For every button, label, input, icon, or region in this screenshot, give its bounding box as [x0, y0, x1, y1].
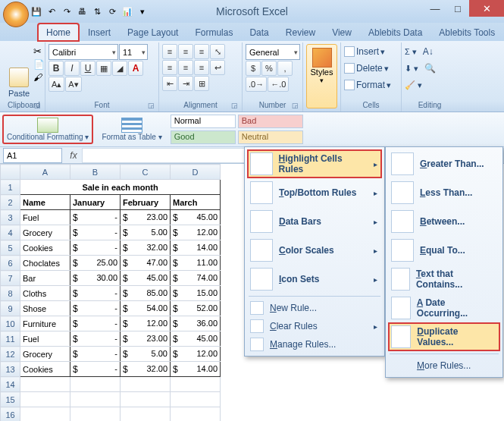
tab-formulas[interactable]: Formulas	[187, 24, 240, 41]
align-center-button[interactable]: ≡	[178, 60, 193, 75]
select-all[interactable]	[1, 165, 20, 180]
cell[interactable]	[171, 407, 221, 422]
cell[interactable]	[20, 392, 70, 407]
grow-font-button[interactable]: A▴	[49, 77, 64, 92]
menu-item[interactable]: Text that Contains...	[388, 265, 500, 294]
tab-ablebits-tools[interactable]: Ablebits Tools	[431, 24, 502, 41]
col-header[interactable]: A	[20, 165, 70, 180]
align-left-button[interactable]: ≡	[162, 60, 177, 75]
decrease-decimal-button[interactable]: ←.0	[268, 77, 289, 92]
row-header[interactable]: 5	[1, 240, 20, 256]
italic-button[interactable]: I	[64, 61, 80, 76]
menu-item[interactable]: Greater Than...	[388, 149, 500, 178]
format-cells-button[interactable]: Format ▾	[344, 77, 391, 93]
cell[interactable]	[171, 377, 221, 392]
row-header[interactable]: 8	[1, 286, 20, 301]
cell[interactable]: $ 45.00	[121, 271, 171, 286]
tab-page-layout[interactable]: Page Layout	[120, 24, 186, 41]
row-header[interactable]: 16	[1, 407, 20, 422]
cell[interactable]: $ 32.00	[121, 362, 171, 377]
cell[interactable]: $ 54.00	[121, 301, 171, 316]
qat-undo-icon[interactable]: ↶	[45, 5, 58, 17]
row-header[interactable]: 3	[1, 210, 20, 225]
cell[interactable]: $ -	[70, 225, 121, 240]
style-good[interactable]: Good	[171, 130, 236, 144]
format-as-table-button[interactable]: Format as Table ▾	[98, 115, 165, 143]
conditional-formatting-button[interactable]: Conditional Formatting ▾	[2, 115, 93, 144]
menu-item[interactable]: Duplicate Values...	[388, 322, 500, 351]
alignment-launcher[interactable]: ◲	[231, 102, 240, 111]
maximize-button[interactable]: □	[446, 0, 469, 17]
cell[interactable]: Cookies	[20, 240, 70, 256]
cell[interactable]: Shose	[20, 301, 70, 316]
qat-sort-icon[interactable]: ⇅	[91, 5, 103, 17]
menu-item[interactable]: New Rule...	[247, 299, 382, 317]
cell[interactable]: $ 23.00	[121, 331, 171, 347]
cell[interactable]	[70, 392, 121, 407]
col-header[interactable]: D	[171, 165, 221, 180]
cell[interactable]	[121, 377, 171, 392]
col-header[interactable]: B	[70, 165, 121, 180]
cell[interactable]: $ 45.00	[171, 331, 221, 347]
menu-item[interactable]: Icon Sets▸	[247, 265, 382, 294]
cell[interactable]: $ -	[70, 347, 121, 362]
menu-item[interactable]: Between...	[388, 207, 500, 236]
cell[interactable]: $ 85.00	[121, 286, 171, 301]
row-header[interactable]: 9	[1, 301, 20, 316]
align-bottom-button[interactable]: ≡	[194, 44, 209, 59]
wrap-text-button[interactable]: ↩	[210, 60, 225, 75]
cell[interactable]	[121, 407, 171, 422]
fill-button[interactable]: ⬇ ▾ 🔍	[405, 61, 436, 76]
cell[interactable]	[171, 392, 221, 407]
menu-item[interactable]: Clear Rules▸	[247, 317, 382, 335]
delete-cells-button[interactable]: Delete ▾	[344, 61, 391, 76]
cell[interactable]: $ 36.00	[171, 316, 221, 331]
cell[interactable]: $ -	[70, 240, 121, 256]
qat-print-icon[interactable]: 🖶	[76, 5, 88, 17]
tab-ablebits-data[interactable]: Ablebits Data	[361, 24, 430, 41]
tab-data[interactable]: Data	[242, 24, 276, 41]
fill-color-button[interactable]: ◢	[112, 61, 127, 76]
qat-chart-icon[interactable]: 📊	[121, 5, 133, 17]
bold-button[interactable]: B	[49, 61, 64, 76]
number-format-combo[interactable]: General	[246, 44, 300, 60]
styles-button[interactable]: Styles ▾	[306, 44, 337, 108]
qat-save-icon[interactable]: 💾	[30, 5, 42, 17]
menu-item[interactable]: Less Than...	[388, 178, 500, 207]
decrease-indent-button[interactable]: ⇤	[162, 76, 177, 91]
row-header[interactable]: 4	[1, 225, 20, 240]
tab-home[interactable]: Home	[38, 24, 79, 41]
clear-button[interactable]: 🧹 ▾	[405, 77, 436, 93]
cell[interactable]: $ 14.00	[171, 362, 221, 377]
tab-review[interactable]: Review	[278, 24, 323, 41]
cell[interactable]: $ -	[70, 301, 121, 316]
cell[interactable]: $ -	[70, 331, 121, 347]
font-launcher[interactable]: ◲	[148, 102, 157, 111]
underline-button[interactable]: U	[80, 61, 95, 76]
font-color-button[interactable]: A	[128, 61, 143, 76]
format-painter-icon[interactable]: 🖌	[33, 72, 45, 83]
column-header[interactable]: March	[171, 195, 221, 210]
align-right-button[interactable]: ≡	[194, 60, 209, 75]
cell[interactable]: $ -	[70, 316, 121, 331]
style-neutral[interactable]: Neutral	[238, 130, 303, 144]
percent-button[interactable]: %	[261, 61, 277, 76]
column-header[interactable]: February	[121, 195, 171, 210]
column-header[interactable]: January	[70, 195, 121, 210]
row-header[interactable]: 12	[1, 347, 20, 362]
number-launcher[interactable]: ◲	[292, 102, 301, 111]
cell[interactable]: $ -	[70, 286, 121, 301]
menu-item[interactable]: Equal To...	[388, 236, 500, 265]
cell[interactable]	[121, 392, 171, 407]
row-header[interactable]: 14	[1, 377, 20, 392]
cell[interactable]: $ 25.00	[70, 256, 121, 271]
row-header[interactable]: 7	[1, 271, 20, 286]
menu-item[interactable]: Top/Bottom Rules▸	[247, 178, 382, 207]
clipboard-launcher[interactable]: ◲	[34, 102, 43, 111]
menu-item[interactable]: Data Bars▸	[247, 207, 382, 236]
column-header[interactable]: Name	[20, 195, 70, 210]
style-normal[interactable]: Normal	[171, 115, 236, 128]
border-button[interactable]: ▦	[96, 61, 111, 76]
cut-icon[interactable]: ✂	[33, 46, 45, 57]
office-button[interactable]	[3, 2, 29, 27]
